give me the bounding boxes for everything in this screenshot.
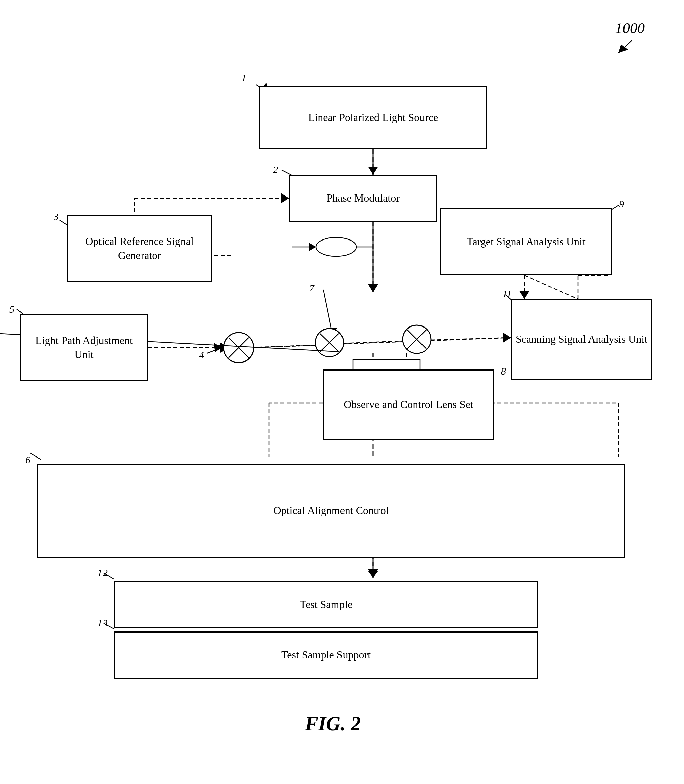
svg-point-53 [315, 328, 344, 357]
svg-line-56 [320, 333, 339, 352]
test-sample-box: Test Sample [114, 581, 538, 628]
num-label-4: 4 [199, 349, 204, 361]
svg-line-42 [323, 290, 333, 336]
svg-line-52 [229, 338, 249, 358]
svg-line-48 [207, 348, 222, 353]
num-label-9: 9 [619, 198, 624, 209]
optical-alignment-box: Optical Alignment Control [37, 464, 625, 558]
svg-marker-32 [308, 243, 316, 251]
optical-alignment-label: Optical Alignment Control [273, 504, 389, 518]
phase-modulator-box: Phase Modulator [289, 175, 437, 222]
target-signal-label: Target Signal Analysis Unit [466, 235, 586, 249]
svg-marker-49 [214, 343, 222, 352]
num-label-3: 3 [54, 211, 59, 222]
optical-ref-label: Optical Reference Signal Generator [72, 235, 207, 262]
test-sample-support-box: Test Sample Support [114, 631, 538, 679]
svg-point-50 [224, 333, 254, 363]
num-label-5: 5 [10, 304, 15, 315]
svg-marker-64 [503, 333, 511, 342]
svg-point-57 [403, 325, 431, 353]
svg-marker-29 [368, 571, 378, 578]
test-sample-support-label: Test Sample Support [281, 648, 371, 662]
num-label-8: 8 [501, 365, 506, 377]
scanning-signal-label: Scanning Signal Analysis Unit [516, 332, 647, 346]
optical-ref-box: Optical Reference Signal Generator [67, 215, 212, 282]
num-label-11: 11 [502, 288, 511, 299]
target-signal-box: Target Signal Analysis Unit [440, 208, 612, 275]
num-label-1000: 1000 [615, 19, 645, 37]
figure-label: FIG. 2 [266, 712, 400, 735]
svg-marker-20 [281, 193, 289, 203]
svg-marker-35 [618, 44, 628, 53]
svg-marker-9 [368, 284, 378, 292]
svg-marker-43 [328, 327, 337, 336]
svg-marker-14 [503, 333, 511, 343]
svg-line-63 [431, 338, 511, 340]
svg-line-71 [524, 275, 578, 299]
linear-source-label: Linear Polarized Light Source [308, 111, 438, 125]
phase-modulator-label: Phase Modulator [326, 191, 400, 205]
svg-marker-7 [368, 167, 378, 175]
svg-line-34 [618, 40, 632, 53]
scanning-signal-box: Scanning Signal Analysis Unit [511, 299, 652, 380]
svg-line-58 [407, 330, 426, 349]
svg-line-41 [29, 453, 41, 459]
svg-line-62 [344, 341, 403, 343]
num-label-7: 7 [309, 282, 314, 294]
diagram: Linear Polarized Light Source Phase Modu… [0, 0, 684, 784]
num-label-12: 12 [97, 567, 108, 578]
svg-point-30 [316, 237, 356, 256]
num-label-6: 6 [25, 454, 30, 465]
num-label-1: 1 [241, 72, 246, 84]
observe-control-label: Observe and Control Lens Set [344, 398, 473, 412]
light-path-box: Light Path Adjustment Unit [20, 314, 148, 381]
test-sample-label: Test Sample [300, 597, 353, 612]
svg-line-13 [245, 338, 511, 348]
svg-line-59 [407, 330, 426, 349]
observe-control-box: Observe and Control Lens Set [323, 370, 494, 440]
svg-marker-16 [519, 291, 529, 299]
light-path-label: Light Path Adjustment Unit [24, 333, 144, 361]
num-label-13: 13 [97, 617, 108, 629]
linear-source-box: Linear Polarized Light Source [259, 86, 487, 150]
svg-line-55 [320, 333, 339, 352]
svg-marker-5 [368, 569, 378, 578]
svg-line-61 [254, 345, 315, 348]
svg-line-51 [229, 338, 249, 358]
svg-marker-12 [221, 343, 229, 353]
num-label-2: 2 [273, 164, 278, 175]
